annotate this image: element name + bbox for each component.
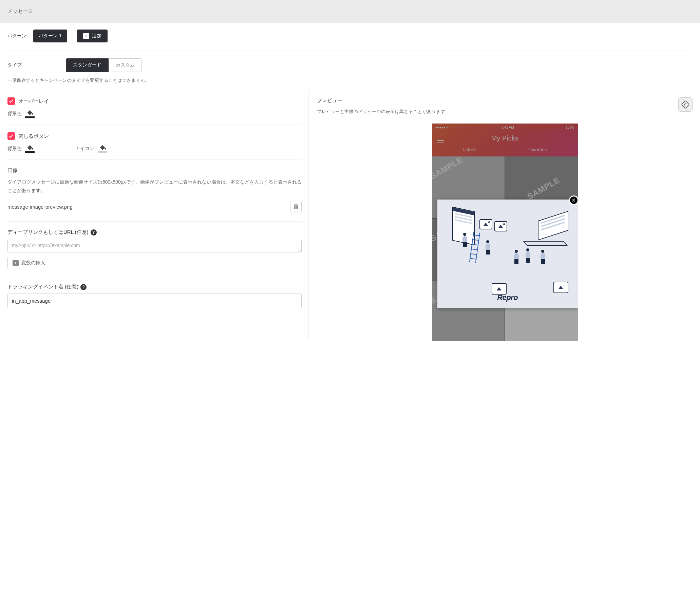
illus-image-card [492, 283, 507, 295]
preview-modal: ✕ [437, 200, 578, 308]
illus-image-card [479, 219, 492, 229]
right-column: プレビュー プレビューと実際のメッセージの表示は異なることがあります。 ●●●●… [309, 90, 693, 341]
image-filename: message-image-preview.png [7, 204, 73, 210]
illus-image-card [553, 282, 568, 293]
image-section: 画像 ダイアログメッセージに最適な画像サイズは600x500pxです。画像がプレ… [7, 160, 302, 222]
svg-point-2 [105, 148, 106, 150]
left-column: オーバーレイ 背景色 [7, 90, 309, 341]
pattern-1-button[interactable]: パターン 1 [33, 30, 67, 42]
deeplink-label: ディープリンクもしくはURL (任意) [7, 229, 89, 235]
type-standard-button[interactable]: スタンダード [66, 58, 109, 72]
help-icon[interactable]: ? [80, 284, 87, 290]
svg-rect-3 [682, 101, 689, 109]
deeplink-input[interactable] [7, 239, 302, 252]
container: パターン パターン 1 + 追加 タイプ スタンダード カスタム 一度保存すると… [0, 23, 700, 341]
paint-bucket-icon [26, 145, 34, 151]
color-swatch-bar [25, 151, 35, 153]
tracking-label: トラッキングイベント名 (任意) [7, 284, 78, 290]
color-swatch-bar [25, 116, 35, 118]
rotate-preview-button[interactable] [678, 97, 693, 112]
phone-preview-wrap: ●●●●● ᯤ 9:41 AM 100% My Picks Latest Fav… [317, 124, 693, 341]
check-icon [9, 134, 14, 138]
type-section: タイプ スタンダード カスタム 一度保存するとキャンペーンのタイプを変更すること… [7, 51, 693, 90]
image-title: 画像 [7, 167, 302, 174]
illus-person [540, 250, 546, 265]
preview-title: プレビュー [317, 97, 450, 104]
illus-person [462, 233, 468, 248]
delete-image-button[interactable] [290, 201, 302, 212]
pattern-label: パターン [7, 33, 26, 39]
plus-icon: + [13, 260, 19, 266]
preview-modal-logo: Repro [437, 293, 578, 302]
main-split: オーバーレイ 背景色 [7, 90, 693, 341]
close-icon-label: アイコン [75, 146, 94, 152]
page-title: メッセージ [7, 8, 33, 14]
illus-laptop [528, 216, 568, 243]
type-custom-label: カスタム [116, 62, 135, 68]
preview-note: プレビューと実際のメッセージの表示は異なることがあります。 [317, 109, 450, 115]
tracking-event-input[interactable] [7, 294, 302, 308]
close-icon-color-picker[interactable] [98, 145, 107, 153]
svg-point-0 [32, 113, 34, 115]
phone-preview: ●●●●● ᯤ 9:41 AM 100% My Picks Latest Fav… [432, 124, 578, 341]
plus-icon: + [83, 33, 89, 39]
close-bg-label: 背景色 [7, 146, 22, 152]
paint-bucket-icon [99, 145, 106, 151]
rotate-icon [681, 100, 689, 109]
type-note: 一度保存するとキャンペーンのタイプを変更することはできません。 [7, 77, 693, 83]
close-button-title: 閉じるボタン [18, 133, 49, 139]
type-standard-label: スタンダード [73, 62, 101, 68]
illus-image-card [494, 221, 507, 231]
deeplink-section: ディープリンクもしくはURL (任意) ? + 変数の挿入 [7, 222, 302, 276]
tracking-section: トラッキングイベント名 (任意) ? [7, 276, 302, 315]
preview-modal-illustration: Repro [437, 200, 578, 308]
pattern-row: パターン パターン 1 + 追加 [7, 23, 693, 51]
overlay-checkbox[interactable] [7, 97, 15, 105]
illus-person [513, 250, 519, 265]
overlay-bg-label: 背景色 [7, 111, 22, 117]
trash-icon [293, 204, 299, 209]
insert-variable-button[interactable]: + 変数の挿入 [7, 257, 50, 269]
pattern-1-label: パターン 1 [39, 33, 62, 39]
image-description: ダイアログメッセージに最適な画像サイズは600x500pxです。画像がプレビュー… [7, 178, 302, 195]
type-toggle: スタンダード カスタム [66, 58, 142, 72]
check-icon [9, 99, 14, 103]
insert-variable-label: 変数の挿入 [21, 260, 45, 266]
overlay-section: オーバーレイ 背景色 [7, 90, 302, 125]
close-button-section: 閉じるボタン 背景色 アイコン [7, 125, 302, 160]
overlay-bg-color-picker[interactable] [25, 110, 35, 118]
type-custom-button[interactable]: カスタム [109, 58, 142, 72]
close-bg-color-picker[interactable] [25, 145, 35, 153]
preview-modal-close-button[interactable]: ✕ [569, 195, 578, 205]
page-header: メッセージ [0, 0, 700, 23]
illus-person [485, 240, 491, 255]
help-icon[interactable]: ? [91, 229, 97, 235]
pattern-divider [72, 31, 72, 41]
svg-point-1 [32, 148, 34, 150]
overlay-title: オーバーレイ [18, 98, 49, 105]
color-swatch-bar [98, 151, 107, 153]
type-label: タイプ [7, 62, 22, 68]
close-button-checkbox[interactable] [7, 132, 15, 140]
illus-person [525, 248, 531, 263]
close-icon: ✕ [571, 197, 576, 203]
add-pattern-button[interactable]: + 追加 [77, 30, 108, 42]
add-pattern-label: 追加 [92, 33, 101, 39]
paint-bucket-icon [26, 110, 34, 116]
